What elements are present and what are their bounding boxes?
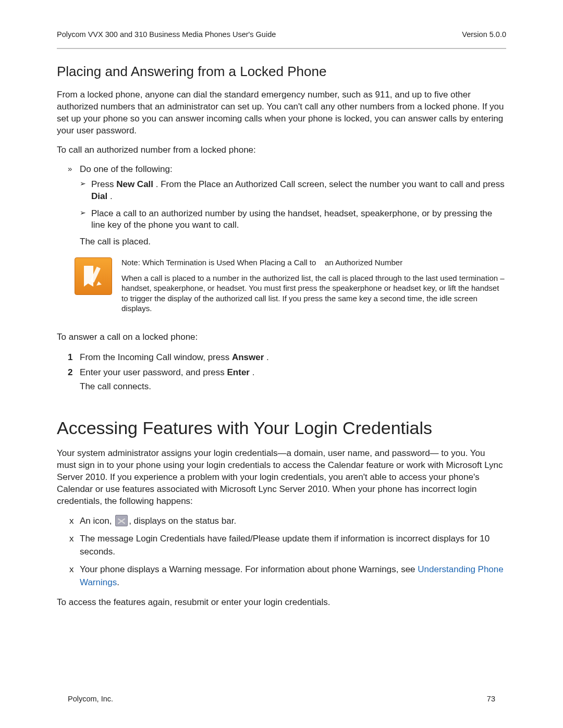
footer-company: Polycom, Inc. bbox=[68, 695, 113, 703]
text: , displays on the status bar. bbox=[129, 516, 236, 526]
svg-marker-0 bbox=[84, 266, 93, 287]
section1-list: Do one of the following: Press New Call … bbox=[57, 164, 506, 248]
header-divider bbox=[57, 48, 506, 49]
note-body: When a call is placed to a number in the… bbox=[121, 273, 506, 314]
button-label: Answer bbox=[232, 352, 264, 362]
section1-intro1: To call an authorized number from a lock… bbox=[57, 144, 506, 156]
numbered-item: 2 Enter your user password, and press En… bbox=[57, 366, 506, 379]
section1-heading: Placing and Answering from a Locked Phon… bbox=[57, 64, 506, 80]
button-label: Dial bbox=[91, 191, 107, 201]
text: Enter your user password, and press bbox=[80, 367, 227, 377]
text: . bbox=[250, 367, 254, 377]
button-label: Enter bbox=[227, 367, 250, 377]
list-subitem: Place a call to an authorized number by … bbox=[57, 208, 506, 232]
text: From the Incoming Call window, press bbox=[80, 352, 232, 362]
list-item: Do one of the following: bbox=[57, 164, 506, 176]
text: . From the Place an Authorized Call scre… bbox=[153, 179, 505, 189]
text: an Authorized Number bbox=[325, 258, 402, 267]
list-result: The call is placed. bbox=[57, 237, 506, 247]
note-callout: Note: Which Termination is Used When Pla… bbox=[75, 257, 506, 314]
header-version: Version 5.0.0 bbox=[462, 30, 506, 39]
x-bullet-list: An icon, , displays on the status bar. T… bbox=[57, 515, 506, 589]
list-item: The message Login Credentials have faile… bbox=[57, 533, 506, 558]
item-number: 1 bbox=[68, 351, 72, 364]
text: . bbox=[107, 191, 112, 201]
note-title: Note: Which Termination is Used When Pla… bbox=[121, 257, 506, 268]
page-content: Polycom VVX 300 and 310 Business Media P… bbox=[57, 0, 506, 616]
text: Your phone displays a Warning message. F… bbox=[80, 564, 418, 574]
note-label: Note bbox=[121, 258, 138, 267]
section2-p1: Your system administrator assigns your l… bbox=[57, 448, 506, 508]
note-pencil-icon bbox=[75, 257, 112, 295]
section1-intro2: To answer a call on a locked phone: bbox=[57, 331, 506, 343]
button-label: New Call bbox=[116, 179, 153, 189]
section2-heading: Accessing Features with Your Login Crede… bbox=[57, 418, 506, 438]
text: An icon, bbox=[80, 516, 114, 526]
section2-p2: To access the features again, resubmit o… bbox=[57, 597, 506, 609]
text: : Which Termination is Used When Placing… bbox=[138, 258, 316, 267]
list-item: An icon, , displays on the status bar. bbox=[57, 515, 506, 528]
numbered-item: 1 From the Incoming Call window, press A… bbox=[57, 351, 506, 364]
section1-p1: From a locked phone, anyone can dial the… bbox=[57, 89, 506, 137]
page-footer: Polycom, Inc. 73 bbox=[68, 695, 495, 703]
list-item: Your phone displays a Warning message. F… bbox=[57, 563, 506, 589]
list-subitem: Press New Call . From the Place an Autho… bbox=[57, 179, 506, 203]
text: Press bbox=[91, 179, 116, 189]
page-header: Polycom VVX 300 and 310 Business Media P… bbox=[57, 30, 506, 48]
credentials-error-icon bbox=[115, 515, 128, 526]
text: . bbox=[117, 577, 119, 587]
numbered-list: 1 From the Incoming Call window, press A… bbox=[57, 351, 506, 392]
svg-marker-2 bbox=[96, 281, 102, 286]
note-text: Note: Which Termination is Used When Pla… bbox=[121, 257, 506, 314]
text: . bbox=[264, 352, 268, 362]
list-result: The call connects. bbox=[57, 381, 506, 392]
footer-page-number: 73 bbox=[487, 695, 495, 703]
header-title: Polycom VVX 300 and 310 Business Media P… bbox=[57, 30, 276, 39]
item-number: 2 bbox=[68, 366, 72, 379]
